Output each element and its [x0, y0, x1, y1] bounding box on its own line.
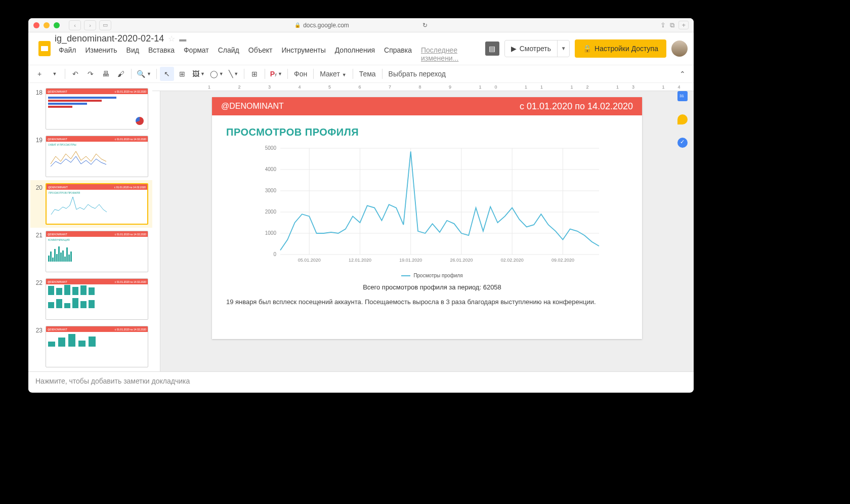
legend-swatch	[401, 275, 410, 276]
shape-tool[interactable]: ◯ ▼	[208, 67, 226, 81]
theme-button[interactable]: Тема	[356, 70, 379, 78]
speaker-notes[interactable]: Нажмите, чтобы добавить заметки докладчи…	[28, 371, 694, 392]
menu-addons[interactable]: Дополнения	[331, 45, 379, 63]
share-label: Настройки Доступа	[594, 45, 658, 53]
address-bar[interactable]: 🔒 docs.google.com ↻	[294, 22, 428, 29]
horizontal-ruler: 1 2 3 4 5 6 7 8 9 10 11 12 13 14 15 16 1…	[152, 83, 694, 91]
url-text: docs.google.com	[303, 22, 349, 29]
svg-text:26.01.2020: 26.01.2020	[450, 258, 473, 263]
svg-text:19.01.2020: 19.01.2020	[399, 258, 422, 263]
svg-text:0: 0	[273, 251, 276, 257]
menu-help[interactable]: Справка	[380, 45, 416, 63]
menu-format[interactable]: Формат	[180, 45, 213, 63]
layout-button[interactable]: Макет ▼	[317, 70, 349, 78]
thumbnail-20[interactable]: 20 @DENOMINANTс 01.01.2020 по 14.02.2020…	[30, 180, 152, 228]
menu-tools[interactable]: Инструменты	[277, 45, 329, 63]
thumbnail-23[interactable]: 23 @DENOMINANTс 01.01.2020 по 14.02.2020	[30, 323, 152, 370]
menu-file[interactable]: Файл	[55, 45, 80, 63]
move-folder-icon[interactable]: ▬	[179, 35, 186, 43]
present-icon: ▶	[511, 45, 517, 53]
share-button[interactable]: 🔒 Настройки Доступа	[575, 39, 666, 58]
svg-text:09.02.2020: 09.02.2020	[551, 258, 574, 263]
textbox-tool[interactable]: ⊞	[175, 67, 189, 81]
present-label: Смотреть	[520, 45, 551, 53]
browser-window: ‹ › ▭ 🔒 docs.google.com ↻ ⇪ ⧉ + ig_denom…	[28, 18, 694, 393]
menu-view[interactable]: Вид	[122, 45, 143, 63]
nav-buttons: ‹ › ▭	[69, 20, 111, 30]
present-dropdown[interactable]: ▼	[557, 40, 569, 57]
slide-handle: @DENOMINANT	[221, 102, 284, 111]
close-window-button[interactable]	[33, 22, 39, 28]
notes-placeholder: Нажмите, чтобы добавить заметки докладчи…	[35, 377, 190, 385]
share-icon[interactable]: ⇪	[660, 21, 666, 29]
menubar: Файл Изменить Вид Вставка Формат Слайд О…	[55, 45, 485, 63]
last-change-link[interactable]: Последнее изменени...	[417, 45, 485, 63]
reload-icon[interactable]: ↻	[422, 22, 428, 29]
titlebar: ‹ › ▭ 🔒 docs.google.com ↻ ⇪ ⧉ +	[28, 18, 694, 32]
background-button[interactable]: Фон	[291, 70, 310, 78]
app-header: ig_denominant-2020-02-14 ☆ ▬ Файл Измени…	[28, 32, 694, 65]
slide-note: 19 января был всплеск посещений аккаунта…	[212, 291, 642, 313]
new-tab-button[interactable]: +	[678, 21, 689, 29]
titlebar-right: ⇪ ⧉ +	[660, 21, 689, 29]
side-panel	[671, 83, 694, 148]
thumb-number: 23	[32, 326, 42, 334]
menu-insert[interactable]: Вставка	[144, 45, 179, 63]
select-tool[interactable]: ↖	[160, 67, 174, 81]
paint-format-button[interactable]: 🖌	[114, 67, 128, 81]
calendar-icon[interactable]	[677, 91, 688, 101]
thumb-number: 22	[32, 278, 42, 286]
toolbar: + ▼ ↶ ↷ 🖶 🖌 🔍 ▼ ↖ ⊞ 🖼 ▼ ◯ ▼ ╲ ▼ ⊞ Pу ▼ Ф…	[28, 65, 694, 83]
slides-logo[interactable]	[34, 38, 55, 59]
transition-button[interactable]: Выбрать переход	[386, 70, 449, 78]
collapse-toolbar[interactable]: ⌃	[675, 67, 690, 81]
svg-text:1000: 1000	[265, 230, 277, 236]
back-button[interactable]: ‹	[69, 20, 81, 30]
tabs-icon[interactable]: ⧉	[670, 21, 674, 29]
thumb-number: 20	[32, 183, 42, 191]
slide-daterange: с 01.01.2020 по 14.02.2020	[520, 101, 633, 112]
document-title[interactable]: ig_denominant-2020-02-14	[55, 33, 164, 44]
sidebar-button[interactable]: ▭	[99, 20, 111, 30]
comments-button[interactable]: ▤	[485, 41, 499, 56]
filmstrip[interactable]: 18 @DENOMINANTс 01.01.2020 по 14.02.2020…	[28, 83, 152, 371]
new-slide-button[interactable]: +	[32, 67, 47, 81]
print-button[interactable]: 🖶	[99, 67, 113, 81]
comment-tool[interactable]: ⊞	[247, 67, 262, 81]
zoom-button[interactable]: 🔍 ▼	[135, 67, 153, 81]
footer-bar: ▮▬ ▦ ✦ ›	[28, 392, 694, 393]
menu-object[interactable]: Объект	[244, 45, 277, 63]
slide-canvas[interactable]: @DENOMINANT с 01.01.2020 по 14.02.2020 П…	[212, 97, 642, 339]
thumb-number: 21	[32, 231, 42, 239]
forward-button[interactable]: ›	[84, 20, 96, 30]
tasks-icon[interactable]	[677, 138, 688, 148]
slide-title: ПРОСМОТРОВ ПРОФИЛЯ	[212, 115, 642, 143]
menu-edit[interactable]: Изменить	[81, 45, 121, 63]
present-button[interactable]: ▶Смотреть ▼	[504, 40, 570, 57]
thumbnail-21[interactable]: 21 @DENOMINANTс 01.01.2020 по 14.02.2020…	[30, 228, 152, 275]
svg-text:02.02.2020: 02.02.2020	[501, 258, 524, 263]
new-slide-dropdown[interactable]: ▼	[48, 67, 62, 81]
menu-slide[interactable]: Слайд	[214, 45, 243, 63]
svg-text:2000: 2000	[265, 209, 277, 215]
thumbnail-22[interactable]: 22 @DENOMINANTс 01.01.2020 по 14.02.2020	[30, 275, 152, 323]
thumbnail-18[interactable]: 18 @DENOMINANTс 01.01.2020 по 14.02.2020	[30, 85, 152, 133]
keep-icon[interactable]	[677, 114, 688, 124]
redo-button[interactable]: ↷	[83, 67, 98, 81]
undo-button[interactable]: ↶	[68, 67, 82, 81]
lock-icon: 🔒	[583, 45, 591, 53]
chart: 01000200030004000500005.01.202012.01.202…	[212, 143, 642, 291]
image-tool[interactable]: 🖼 ▼	[190, 67, 207, 81]
slide-header: @DENOMINANT с 01.01.2020 по 14.02.2020	[212, 97, 642, 115]
star-icon[interactable]: ☆	[168, 34, 175, 44]
minimize-window-button[interactable]	[44, 22, 50, 28]
thumb-number: 18	[32, 88, 42, 96]
editor-area: 1 2 3 4 5 6 7 8 9 10 11 12 13 14 15 16 1…	[152, 83, 694, 371]
line-tool[interactable]: ╲ ▼	[227, 67, 241, 81]
user-avatar[interactable]	[671, 40, 688, 57]
thumb-number: 19	[32, 136, 42, 144]
maximize-window-button[interactable]	[54, 22, 60, 28]
thumbnail-19[interactable]: 19 @DENOMINANTс 01.01.2020 по 14.02.2020…	[30, 133, 152, 180]
chart-summary: Всего просмотров профиля за период: 6205…	[252, 283, 612, 291]
addon-tool[interactable]: Pу ▼	[268, 67, 284, 81]
